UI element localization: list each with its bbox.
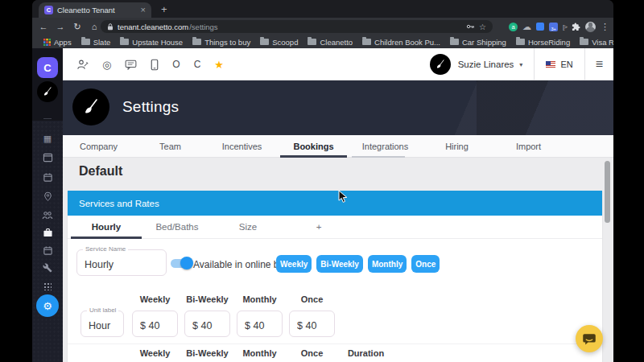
bookmark-label: Apps: [54, 38, 72, 47]
bookmark-label: HorseRiding: [528, 38, 570, 47]
monthly-rate-input[interactable]: [237, 311, 282, 336]
url-domain: tenant.cleanetto.com: [118, 23, 188, 31]
back-icon[interactable]: ←: [39, 22, 48, 31]
user-edit-icon[interactable]: [76, 59, 89, 70]
bookmark-apps[interactable]: Apps: [43, 38, 72, 47]
extension-bracket-icon[interactable]: [>: [563, 23, 567, 31]
reload-icon[interactable]: ↻: [72, 22, 82, 32]
lock-icon: [107, 23, 114, 31]
language-selector[interactable]: EN: [560, 60, 572, 69]
extensions-puzzle-icon[interactable]: [572, 23, 580, 31]
forward-icon[interactable]: →: [56, 22, 65, 31]
tab-close-icon[interactable]: ×: [141, 6, 146, 14]
bookmark-folder-horseriding[interactable]: HorseRiding: [516, 38, 570, 47]
bookmark-folder-upstate-house[interactable]: Upstate House: [120, 38, 183, 47]
app-sidebar: C ▦: [32, 48, 63, 362]
column-header-biweekly: Bi-Weekly: [184, 348, 230, 358]
page-header: Settings: [63, 80, 613, 135]
tab-size[interactable]: Size: [213, 216, 283, 238]
tab-import[interactable]: Import: [493, 135, 564, 157]
tab-label: Incentives: [222, 142, 262, 151]
intercom-chat-button[interactable]: [576, 325, 603, 352]
shortcut-o-icon[interactable]: O: [172, 59, 180, 70]
extension-a-icon[interactable]: a: [509, 23, 518, 31]
sidebar-settings-active[interactable]: ⚙: [36, 294, 59, 317]
tab-bed-baths[interactable]: Bed/Baths: [142, 216, 213, 238]
sidebar-dashboard-icon[interactable]: ▦: [41, 132, 54, 145]
favorite-star-icon[interactable]: ★: [214, 59, 224, 71]
unit-input[interactable]: [81, 311, 123, 336]
card-banner: Services and Rates: [68, 191, 602, 216]
tab-label: Hiring: [445, 142, 469, 151]
bookmark-folder-car-shipping[interactable]: Car Shipping: [450, 38, 506, 47]
bookmark-folder-cleanetto[interactable]: Cleanetto: [308, 38, 353, 47]
sidebar-divider: [43, 118, 52, 119]
tab-company[interactable]: Company: [63, 135, 134, 157]
tab-hiring[interactable]: Hiring: [421, 135, 493, 157]
frequency-buttons: Weekly Bi-Weekly Monthly Once: [276, 255, 440, 273]
bookmark-star-icon[interactable]: ☆: [479, 23, 486, 31]
biweekly-button[interactable]: Bi-Weekly: [316, 255, 363, 273]
bookmark-folder-things-to-buy[interactable]: Things to buy: [192, 38, 250, 47]
address-bar[interactable]: tenant.cleanetto.com /settings ☆: [101, 20, 493, 33]
browser-tab[interactable]: C Cleanetto Tenant ×: [39, 2, 151, 18]
weekly-rate-field: [132, 311, 178, 337]
sidebar-tools-icon[interactable]: [41, 261, 54, 274]
tab-label: Hourly: [92, 222, 121, 232]
sidebar-team-icon[interactable]: [41, 208, 54, 221]
home-icon[interactable]: ⌂: [89, 22, 99, 31]
hamburger-menu-icon[interactable]: ≡: [596, 57, 603, 72]
once-rate-input[interactable]: [290, 311, 334, 336]
monthly-button[interactable]: Monthly: [368, 255, 407, 273]
weekly-rate-input[interactable]: [133, 311, 177, 336]
card-divider: [68, 343, 602, 344]
tab-hourly[interactable]: Hourly: [71, 216, 142, 238]
sidebar-schedule-icon[interactable]: [41, 244, 54, 257]
chat-icon[interactable]: [125, 60, 137, 70]
new-tab-button[interactable]: +: [161, 2, 167, 17]
bookmark-folder-scoopd[interactable]: Scoopd: [260, 38, 298, 47]
toolbar-shortcuts: ◎ O C ★: [76, 48, 224, 80]
chrome-menu-icon[interactable]: ⋮: [601, 22, 609, 32]
toolbar-divider: [584, 48, 585, 80]
biweekly-rate-input[interactable]: [185, 311, 229, 336]
toolbar-user-area: Suzie Linares ▾ EN ≡: [430, 48, 613, 80]
bookmark-folder-children-book[interactable]: Children Book Pu...: [362, 38, 440, 47]
section-title: Default: [79, 164, 122, 179]
tab-title: Cleanetto Tenant: [57, 6, 137, 14]
cleanetto-logo[interactable]: C: [37, 57, 58, 78]
extension-blue-icon[interactable]: [536, 23, 544, 31]
bookmark-folder-slate[interactable]: Slate: [81, 38, 111, 47]
tab-integrations[interactable]: Integrations: [349, 135, 421, 157]
bookmark-folder-visa-renewal[interactable]: Visa Renewal: [580, 38, 613, 47]
tenant-broom-icon[interactable]: [37, 81, 58, 102]
password-key-icon[interactable]: [466, 23, 475, 31]
chevron-down-icon[interactable]: ▾: [519, 61, 522, 68]
shortcut-c-icon[interactable]: C: [194, 59, 201, 70]
weekly-button[interactable]: Weekly: [276, 255, 312, 273]
tab-team[interactable]: Team: [134, 135, 206, 157]
tab-bookings[interactable]: Bookings: [278, 135, 349, 157]
online-booking-toggle[interactable]: [171, 259, 192, 268]
add-service-tab-button[interactable]: +: [283, 216, 354, 238]
user-avatar[interactable]: [430, 54, 451, 75]
sidebar-calendar-icon[interactable]: [41, 171, 54, 183]
page-scrollbar[interactable]: [605, 161, 610, 223]
header-broom-logo: [72, 88, 109, 125]
sidebar-apps-icon[interactable]: [41, 280, 54, 293]
once-button[interactable]: Once: [411, 255, 440, 273]
tab-label: Team: [159, 142, 181, 151]
phone-icon[interactable]: [151, 59, 159, 71]
extension-badge-icon[interactable]: 3+: [549, 23, 558, 31]
support-target-icon[interactable]: ◎: [102, 59, 111, 71]
sidebar-window-icon[interactable]: [41, 151, 54, 164]
folder-icon: [120, 39, 129, 45]
service-name-input[interactable]: [77, 250, 166, 275]
user-name[interactable]: Suzie Linares: [458, 60, 514, 69]
extension-cloud-icon[interactable]: ☁: [522, 23, 531, 31]
tab-incentives[interactable]: Incentives: [206, 135, 278, 157]
profile-avatar-icon[interactable]: [585, 22, 596, 32]
sidebar-location-icon[interactable]: [41, 190, 54, 203]
sidebar-briefcase-icon[interactable]: [41, 226, 54, 239]
service-name-field: Service Name: [76, 249, 167, 276]
